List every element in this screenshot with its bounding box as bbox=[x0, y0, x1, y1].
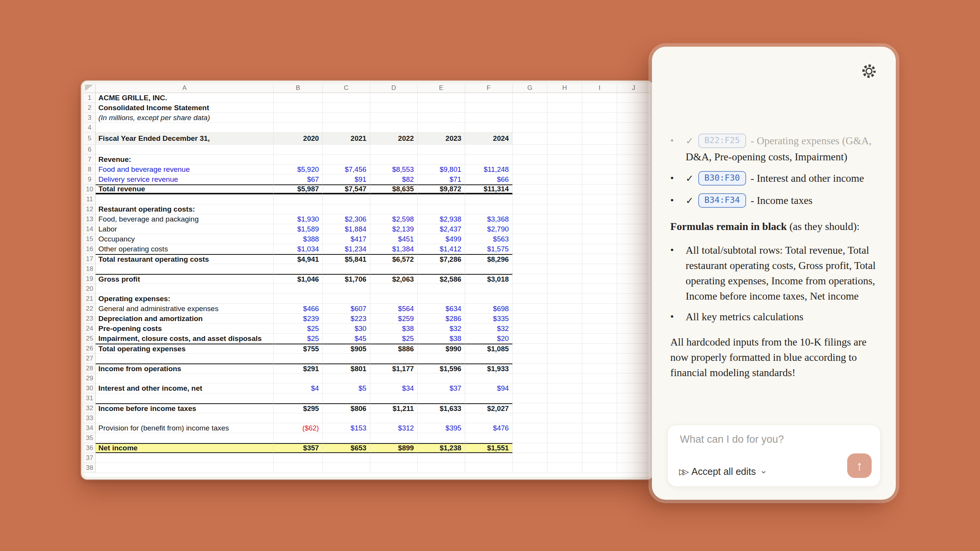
cell-B35[interactable] bbox=[274, 433, 323, 443]
cell-A37[interactable] bbox=[96, 453, 274, 463]
cell-G32[interactable] bbox=[513, 403, 547, 413]
cell-D4[interactable] bbox=[370, 123, 418, 133]
row-header-17[interactable]: 17 bbox=[84, 254, 96, 264]
cell-G35[interactable] bbox=[513, 433, 547, 443]
cell-A9[interactable]: Delivery service revenue bbox=[96, 174, 274, 184]
cell-E28[interactable]: $1,596 bbox=[418, 364, 465, 373]
cell-C5[interactable]: 2021 bbox=[323, 133, 370, 145]
cell-A8[interactable]: Food and beverage revenue bbox=[96, 165, 274, 174]
cell-C8[interactable]: $7,456 bbox=[323, 165, 370, 174]
cell-E6[interactable] bbox=[418, 145, 465, 155]
cell-D36[interactable]: $899 bbox=[370, 443, 418, 453]
cell-A12[interactable]: Restaurant operating costs: bbox=[96, 204, 274, 214]
row-header-28[interactable]: 28 bbox=[84, 364, 96, 373]
cell-G14[interactable] bbox=[513, 224, 547, 234]
cell-B31[interactable] bbox=[274, 393, 323, 403]
cell-C38[interactable] bbox=[323, 463, 370, 473]
cell-F22[interactable]: $698 bbox=[465, 304, 513, 314]
column-header-J[interactable]: J bbox=[617, 83, 650, 93]
cell-A18[interactable] bbox=[96, 264, 274, 274]
settings-button[interactable] bbox=[860, 63, 878, 81]
cell-E16[interactable]: $1,412 bbox=[418, 244, 465, 254]
cell-I20[interactable] bbox=[582, 284, 617, 294]
cell-D7[interactable] bbox=[370, 155, 418, 165]
cell-H26[interactable] bbox=[547, 344, 582, 354]
cell-I1[interactable] bbox=[582, 93, 617, 103]
row-header-31[interactable]: 31 bbox=[84, 393, 96, 403]
chat-input[interactable] bbox=[679, 433, 869, 459]
cell-E7[interactable] bbox=[418, 155, 465, 165]
cell-H12[interactable] bbox=[547, 204, 582, 214]
cell-I28[interactable] bbox=[582, 364, 617, 373]
cell-I6[interactable] bbox=[582, 145, 617, 155]
cell-E38[interactable] bbox=[418, 463, 465, 473]
cell-B34[interactable]: ($62) bbox=[274, 423, 323, 433]
cell-A16[interactable]: Other operating costs bbox=[96, 244, 274, 254]
cell-F6[interactable] bbox=[465, 145, 513, 155]
row-header-18[interactable]: 18 bbox=[84, 264, 96, 274]
cell-D26[interactable]: $886 bbox=[370, 344, 418, 354]
cell-A7[interactable]: Revenue: bbox=[96, 155, 274, 165]
cell-J17[interactable] bbox=[617, 254, 650, 264]
cell-D27[interactable] bbox=[370, 354, 418, 364]
row-header-15[interactable]: 15 bbox=[84, 234, 96, 244]
cell-C37[interactable] bbox=[323, 453, 370, 463]
cell-G9[interactable] bbox=[513, 174, 547, 184]
row-header-14[interactable]: 14 bbox=[84, 224, 96, 234]
cell-F2[interactable] bbox=[465, 103, 513, 113]
cell-C21[interactable] bbox=[323, 294, 370, 304]
cell-B23[interactable]: $239 bbox=[274, 314, 323, 324]
cell-H28[interactable] bbox=[547, 364, 582, 373]
cell-G25[interactable] bbox=[513, 334, 547, 344]
cell-A4[interactable] bbox=[96, 123, 274, 133]
cell-D2[interactable] bbox=[370, 103, 418, 113]
cell-D17[interactable]: $6,572 bbox=[370, 254, 418, 264]
cell-G22[interactable] bbox=[513, 304, 547, 314]
cell-G1[interactable] bbox=[513, 93, 547, 103]
cell-H23[interactable] bbox=[547, 314, 582, 324]
cell-B30[interactable]: $4 bbox=[274, 383, 323, 393]
cell-H15[interactable] bbox=[547, 234, 582, 244]
cell-H25[interactable] bbox=[547, 334, 582, 344]
cell-J19[interactable] bbox=[617, 274, 650, 284]
cell-J27[interactable] bbox=[617, 354, 650, 364]
row-header-8[interactable]: 8 bbox=[84, 165, 96, 174]
cell-H27[interactable] bbox=[547, 354, 582, 364]
row-header-6[interactable]: 6 bbox=[84, 145, 96, 155]
cell-E19[interactable]: $2,586 bbox=[418, 274, 465, 284]
row-header-10[interactable]: 10 bbox=[84, 184, 96, 194]
cell-F16[interactable]: $1,575 bbox=[465, 244, 513, 254]
cell-F23[interactable]: $335 bbox=[465, 314, 513, 324]
cell-I23[interactable] bbox=[582, 314, 617, 324]
column-header-F[interactable]: F bbox=[465, 83, 513, 93]
cell-J25[interactable] bbox=[617, 334, 650, 344]
cell-I21[interactable] bbox=[582, 294, 617, 304]
row-header-35[interactable]: 35 bbox=[84, 433, 96, 443]
cell-D25[interactable]: $25 bbox=[370, 334, 418, 344]
cell-H20[interactable] bbox=[547, 284, 582, 294]
cell-A33[interactable] bbox=[96, 413, 274, 423]
cell-A36[interactable]: Net income bbox=[96, 443, 274, 453]
cell-G21[interactable] bbox=[513, 294, 547, 304]
cell-F8[interactable]: $11,248 bbox=[465, 165, 513, 174]
row-header-3[interactable]: 3 bbox=[84, 113, 96, 123]
cell-D23[interactable]: $259 bbox=[370, 314, 418, 324]
row-header-19[interactable]: 19 bbox=[84, 274, 96, 284]
cell-E4[interactable] bbox=[418, 123, 465, 133]
cell-E2[interactable] bbox=[418, 103, 465, 113]
cell-C20[interactable] bbox=[323, 284, 370, 294]
cell-C32[interactable]: $806 bbox=[323, 403, 370, 413]
cell-G26[interactable] bbox=[513, 344, 547, 354]
cell-I2[interactable] bbox=[582, 103, 617, 113]
row-header-22[interactable]: 22 bbox=[84, 304, 96, 314]
cell-C12[interactable] bbox=[323, 204, 370, 214]
cell-I36[interactable] bbox=[582, 443, 617, 453]
cell-G16[interactable] bbox=[513, 244, 547, 254]
cell-G38[interactable] bbox=[513, 463, 547, 473]
cell-D31[interactable] bbox=[370, 393, 418, 403]
cell-F5[interactable]: 2024 bbox=[465, 133, 513, 145]
column-header-I[interactable]: I bbox=[582, 83, 617, 93]
cell-B27[interactable] bbox=[274, 354, 323, 364]
cell-D24[interactable]: $38 bbox=[370, 324, 418, 334]
cell-J14[interactable] bbox=[617, 224, 650, 234]
